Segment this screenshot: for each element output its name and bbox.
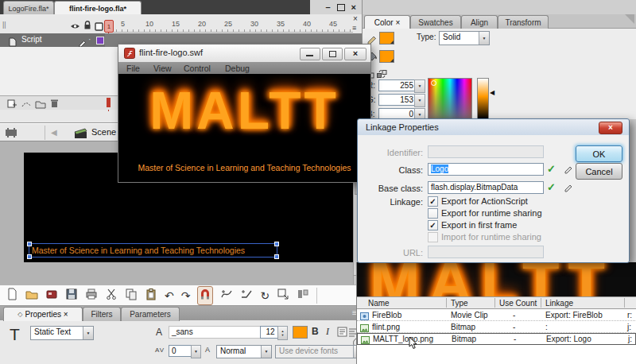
- close-icon[interactable]: ×: [351, 2, 356, 12]
- smooth-icon[interactable]: [220, 288, 233, 304]
- open-icon[interactable]: [25, 288, 38, 304]
- column-divider[interactable]: [494, 298, 495, 308]
- validate-check-icon[interactable]: ✓: [547, 181, 556, 193]
- g-value-field[interactable]: 153: [378, 94, 417, 106]
- brightness-marker-icon[interactable]: ◀: [490, 89, 494, 96]
- ok-button[interactable]: OK: [576, 145, 622, 162]
- selection-handle[interactable]: [274, 254, 279, 259]
- cancel-button[interactable]: Cancel: [576, 163, 622, 180]
- italic-button[interactable]: I: [326, 326, 329, 338]
- letter-spacing-stepper[interactable]: ▼: [191, 345, 201, 358]
- layer-outline-swatch[interactable]: [96, 37, 104, 45]
- selected-text-object[interactable]: Master of Science in Learning and Teachi…: [29, 243, 277, 258]
- checkbox-label[interactable]: Export for ActionScript: [441, 196, 528, 206]
- stroke-color-swatch[interactable]: [379, 32, 394, 45]
- swf-maximize-button[interactable]: [322, 48, 343, 60]
- insert-layer-icon[interactable]: [6, 98, 17, 112]
- checkbox-label[interactable]: Export for runtime sharing: [441, 208, 542, 218]
- paragraph-format-icon[interactable]: [337, 326, 347, 340]
- playhead-marker[interactable]: 1: [104, 20, 114, 33]
- menu-item-file[interactable]: File: [126, 64, 140, 73]
- print-icon[interactable]: [85, 288, 98, 304]
- column-header-linkage[interactable]: Linkage: [545, 299, 573, 308]
- swf-title-bar[interactable]: flint-fire-logo.swf ×: [118, 45, 370, 62]
- back-arrow-icon[interactable]: ◀: [51, 128, 57, 137]
- document-tab-flint-fire-logo[interactable]: flint-fire-logo.fla*: [54, 1, 142, 15]
- tab-swatches[interactable]: Swatches: [410, 15, 461, 29]
- font-rendering-dropdown[interactable]: Use device fonts▼: [275, 345, 364, 358]
- library-row-fireblob[interactable]: FireBlob Movie Clip - Export: FireBlob r…: [357, 309, 636, 321]
- delete-layer-icon[interactable]: [49, 97, 60, 111]
- text-type-dropdown[interactable]: Static Text▼: [30, 326, 94, 340]
- lock-layers-icon[interactable]: [83, 19, 92, 33]
- menu-item-view[interactable]: View: [153, 64, 172, 73]
- copy-icon[interactable]: [125, 288, 138, 304]
- layer-visible-dot[interactable]: ·: [88, 35, 91, 44]
- go-to-bridge-icon[interactable]: [45, 288, 58, 304]
- redo-icon[interactable]: ↷: [181, 289, 191, 302]
- edit-class-pencil-icon[interactable]: [563, 163, 573, 177]
- minimize-icon[interactable]: –: [325, 2, 330, 12]
- swf-player-window[interactable]: flint-fire-logo.swf × File View Control …: [118, 44, 371, 183]
- menu-item-control[interactable]: Control: [184, 64, 211, 73]
- r-value-field[interactable]: 255: [378, 79, 417, 91]
- r-stepper[interactable]: ▼: [414, 79, 425, 93]
- linkage-properties-dialog[interactable]: Linkage Properties × Identifier: OK Clas…: [357, 118, 630, 263]
- library-row-maltt-logo-selected[interactable]: MALTT_logo.png Bitmap - Export: Logo j:: [357, 333, 636, 345]
- letter-spacing-field[interactable]: 0: [169, 345, 192, 357]
- column-divider[interactable]: [624, 298, 625, 308]
- frame-ruler[interactable]: 5 10 15 20 25 30 35 40 45: [105, 19, 353, 33]
- text-color-swatch[interactable]: [293, 326, 308, 339]
- dialog-close-button[interactable]: ×: [599, 122, 622, 134]
- library-preview[interactable]: MALTT: [357, 262, 636, 296]
- checkbox-export-runtime-sharing[interactable]: [428, 208, 438, 219]
- font-size-stepper[interactable]: ▲▼: [277, 326, 288, 340]
- save-icon[interactable]: [65, 288, 78, 304]
- bold-button[interactable]: B: [312, 326, 319, 337]
- new-document-icon[interactable]: [6, 288, 18, 304]
- timeline-menu-icon[interactable]: ≡: [352, 24, 356, 32]
- document-tab-logofire[interactable]: LogoFire.fla*: [3, 1, 54, 15]
- tab-properties[interactable]: ◇ Properties ×: [3, 307, 83, 321]
- playhead-bottom-marker[interactable]: [107, 98, 111, 107]
- straighten-icon[interactable]: [240, 288, 253, 304]
- insert-folder-icon[interactable]: [35, 98, 46, 112]
- outline-layers-icon[interactable]: [95, 20, 103, 34]
- paste-icon[interactable]: [145, 288, 157, 304]
- timeline-toggle-icon[interactable]: [5, 127, 21, 141]
- class-field[interactable]: Logo: [428, 163, 544, 176]
- align-icon[interactable]: [297, 288, 309, 304]
- library-row-flint[interactable]: flint.png Bitmap - : j:: [357, 321, 636, 333]
- tab-filters[interactable]: Filters: [83, 307, 121, 321]
- tab-color[interactable]: Color ×: [364, 15, 410, 29]
- cut-icon[interactable]: [105, 288, 118, 304]
- tab-align[interactable]: Align: [461, 15, 498, 29]
- column-divider[interactable]: [541, 298, 541, 308]
- fill-type-dropdown[interactable]: Solid▼: [439, 31, 490, 45]
- fill-color-swatch[interactable]: [379, 50, 394, 63]
- menu-item-debug[interactable]: Debug: [225, 64, 250, 73]
- g-stepper[interactable]: ▼: [414, 94, 425, 107]
- column-header-name[interactable]: Name: [368, 299, 390, 308]
- motion-guide-icon[interactable]: [21, 98, 32, 112]
- timeline-close-icon[interactable]: ×: [353, 14, 358, 23]
- edit-base-class-pencil-icon[interactable]: [563, 181, 573, 196]
- restore-icon[interactable]: [337, 4, 345, 11]
- font-name-field[interactable]: _sans: [169, 326, 261, 339]
- selection-handle[interactable]: [27, 242, 32, 246]
- undo-icon[interactable]: ↶: [165, 289, 174, 302]
- column-header-type[interactable]: Type: [451, 299, 468, 308]
- swf-close-button[interactable]: ×: [344, 48, 366, 60]
- base-class-field[interactable]: flash.display.BitmapData: [428, 181, 544, 194]
- column-header-use-count[interactable]: Use Count: [499, 299, 537, 308]
- brightness-slider[interactable]: [477, 78, 489, 119]
- color-picker-gradient[interactable]: [428, 78, 472, 119]
- tab-parameters[interactable]: Parameters: [121, 307, 180, 321]
- validate-check-icon[interactable]: ✓: [547, 163, 556, 175]
- checkbox-export-first-frame[interactable]: ✓: [428, 220, 438, 230]
- character-position-dropdown[interactable]: Normal▼: [216, 345, 272, 358]
- selection-handle[interactable]: [274, 242, 279, 246]
- rotate-icon[interactable]: ↻: [260, 289, 270, 302]
- checkbox-export-actionscript[interactable]: ✓: [428, 196, 438, 207]
- swf-minimize-button[interactable]: [300, 48, 320, 60]
